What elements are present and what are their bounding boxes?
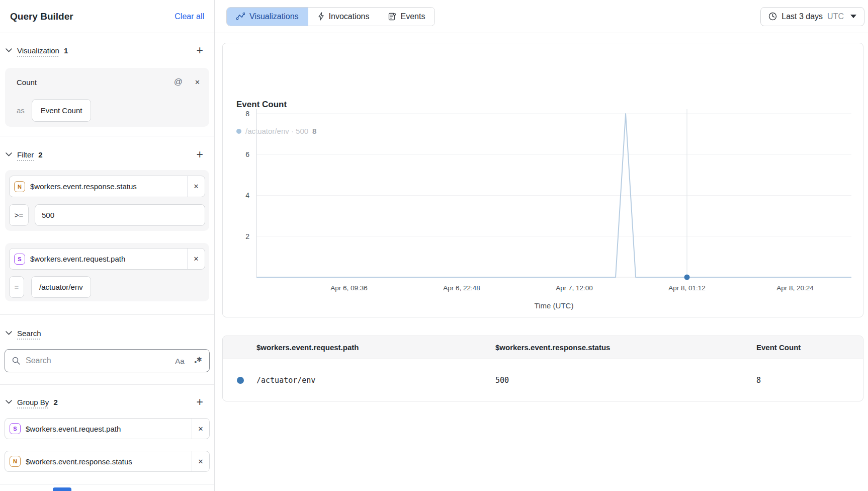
number-type-icon: N: [14, 181, 25, 192]
string-type-icon: S: [14, 254, 25, 265]
visualization-card: Count @ ✕ as Event Count: [5, 68, 209, 127]
filter-field-select[interactable]: N $workers.event.response.status ✕: [9, 176, 205, 197]
page-title: Query Builder: [10, 11, 73, 22]
metric-name[interactable]: Count: [17, 78, 37, 87]
svg-text:Time (UTC): Time (UTC): [535, 301, 574, 310]
string-type-icon: S: [10, 423, 21, 434]
cell-request-path: /actuator/env: [256, 376, 495, 385]
tab-label: Visualizations: [249, 12, 299, 21]
caret-down-icon: [850, 15, 856, 18]
time-range-value: Last 3 days: [782, 12, 823, 21]
tab-events[interactable]: Events: [379, 8, 435, 26]
filter-value-input[interactable]: 500: [35, 204, 205, 226]
tab-label: Events: [400, 12, 425, 21]
section-divider: [0, 484, 214, 484]
filter-section-header: Filter 2 +: [0, 147, 214, 161]
group-by-section-label[interactable]: Group By: [17, 398, 49, 406]
filter-field-name: $workers.event.request.path: [30, 255, 187, 263]
table-row[interactable]: /actuator/env 500 8: [223, 359, 863, 401]
svg-text:Apr 8, 20:24: Apr 8, 20:24: [776, 284, 814, 292]
tab-invocations[interactable]: Invocations: [308, 8, 379, 26]
filter-value-input[interactable]: /actuator/env: [31, 276, 91, 298]
group-by-field-name: $workers.event.request.path: [26, 425, 192, 433]
events-doc-icon: [388, 13, 396, 21]
time-range-select[interactable]: Last 3 days UTC: [760, 7, 864, 26]
tab-label: Invocations: [329, 12, 370, 21]
group-by-section-header: Group By 2 +: [0, 395, 214, 409]
remove-group-by-button[interactable]: ✕: [192, 458, 209, 465]
filter-item: S $workers.event.request.path ✕ = /actua…: [5, 243, 209, 301]
add-filter-button[interactable]: +: [197, 149, 203, 159]
svg-text:8: 8: [245, 110, 249, 118]
chart-line-icon: [236, 13, 245, 20]
section-divider: [0, 314, 214, 315]
svg-text:6: 6: [245, 150, 249, 158]
timezone-value: UTC: [827, 12, 844, 21]
chevron-down-icon[interactable]: [5, 47, 12, 54]
number-type-icon: N: [10, 456, 21, 467]
filter-item: N $workers.event.response.status ✕ >= 50…: [5, 170, 209, 231]
chevron-down-icon[interactable]: [5, 330, 12, 337]
section-divider: [0, 384, 214, 385]
search-box: Aa ▪✱: [5, 349, 210, 372]
search-icon: [12, 357, 20, 365]
add-group-by-button[interactable]: +: [197, 397, 203, 407]
alias-input[interactable]: Event Count: [32, 99, 92, 122]
search-section-label[interactable]: Search: [17, 329, 41, 338]
section-divider: [0, 136, 214, 136]
visualization-count: 1: [64, 46, 68, 55]
group-by-field-name: $workers.event.response.status: [26, 457, 192, 466]
group-by-item[interactable]: S $workers.event.request.path ✕: [5, 418, 210, 439]
svg-text:Apr 6, 09:36: Apr 6, 09:36: [330, 284, 368, 292]
column-header: Event Count: [756, 343, 863, 352]
results-table: $workers.event.request.path $workers.eve…: [222, 336, 863, 401]
cell-event-count: 8: [756, 376, 863, 385]
search-input[interactable]: [26, 356, 175, 365]
query-builder-sidebar: Query Builder Clear all Visualization 1 …: [0, 0, 215, 491]
regex-icon[interactable]: ▪✱: [194, 356, 202, 366]
query-builder-page: Query Builder Clear all Visualization 1 …: [0, 0, 868, 491]
search-section-header: Search: [0, 326, 214, 340]
filter-field-select[interactable]: S $workers.event.request.path ✕: [9, 248, 205, 270]
remove-visualization-button[interactable]: ✕: [195, 78, 200, 86]
column-header: $workers.event.request.path: [256, 343, 495, 352]
primary-button-peek[interactable]: [53, 487, 71, 491]
series-dot: [237, 377, 244, 384]
top-bar: Visualizations Invocations Events: [215, 0, 868, 33]
lightning-icon: [318, 12, 324, 21]
visualization-section-header: Visualization 1 +: [0, 43, 214, 57]
filter-count: 2: [38, 150, 42, 159]
remove-filter-button[interactable]: ✕: [188, 183, 205, 190]
visualization-section-label[interactable]: Visualization: [17, 46, 59, 55]
remove-group-by-button[interactable]: ✕: [192, 425, 209, 433]
filter-field-name: $workers.event.response.status: [30, 182, 187, 191]
svg-text:Apr 8, 01:12: Apr 8, 01:12: [668, 284, 706, 292]
sidebar-header: Query Builder Clear all: [0, 0, 214, 33]
remove-filter-button[interactable]: ✕: [188, 255, 205, 263]
cell-response-status: 500: [495, 376, 756, 385]
as-label: as: [17, 106, 25, 115]
svg-text:2: 2: [245, 232, 249, 240]
clock-icon: [768, 12, 777, 21]
clear-all-button[interactable]: Clear all: [175, 12, 204, 21]
event-count-chart[interactable]: 2468Apr 6, 09:36Apr 6, 22:48Apr 7, 12:00…: [223, 43, 864, 318]
svg-text:Apr 7, 12:00: Apr 7, 12:00: [556, 284, 593, 292]
group-by-count: 2: [53, 398, 57, 406]
svg-text:4: 4: [245, 191, 249, 199]
table-header-row: $workers.event.request.path $workers.eve…: [223, 336, 863, 359]
column-header: $workers.event.response.status: [495, 343, 756, 352]
group-by-item[interactable]: N $workers.event.response.status ✕: [5, 451, 210, 472]
tab-visualizations[interactable]: Visualizations: [227, 8, 308, 26]
main-panel: Visualizations Invocations Events: [215, 0, 868, 491]
add-visualization-button[interactable]: +: [197, 45, 203, 55]
view-tabs: Visualizations Invocations Events: [226, 7, 435, 26]
case-sensitive-icon[interactable]: Aa: [175, 357, 184, 365]
filter-operator-select[interactable]: >=: [9, 204, 29, 226]
filter-section-label[interactable]: Filter: [17, 150, 34, 159]
chevron-down-icon[interactable]: [5, 398, 12, 405]
svg-text:Apr 6, 22:48: Apr 6, 22:48: [443, 284, 480, 292]
filter-operator-select[interactable]: =: [9, 276, 24, 298]
at-sign-icon[interactable]: @: [174, 77, 183, 87]
event-count-chart-card: Event Count /actuator/env · 500 8 2468Ap…: [222, 43, 863, 317]
chevron-down-icon[interactable]: [5, 151, 12, 158]
